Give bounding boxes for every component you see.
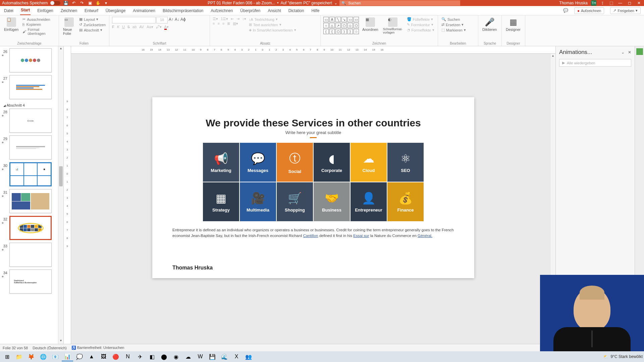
tile-shopping[interactable]: 🛒Shopping — [277, 182, 313, 221]
font-size-select[interactable]: 18 — [156, 17, 168, 23]
save-icon[interactable]: 💾 — [63, 0, 68, 6]
strike-button[interactable]: S̶ — [127, 25, 130, 29]
cameo-icon[interactable] — [636, 48, 643, 55]
font-color-button[interactable]: A▾ — [164, 25, 169, 29]
thumbnails-scrollbar[interactable]: ▴ ▾ — [58, 46, 63, 344]
tab-bildschirmpraesentation[interactable]: Bildschirmpräsentation — [162, 6, 204, 15]
coming-soon-icon[interactable]: ⟟ — [600, 0, 605, 6]
excel-icon[interactable]: X — [231, 352, 242, 361]
shapes-gallery[interactable]: ▭A╲↘▭▭ ○△↗⬠◇⬡ ({⬡)}☆ — [323, 17, 359, 34]
services-grid[interactable]: 📢Marketing 💬Messages ⓣSocial ◖Corporate … — [172, 143, 454, 221]
scroll-handle[interactable] — [59, 166, 63, 186]
slide-thumb-29[interactable]: 29★ — [1, 135, 62, 160]
tile-cloud[interactable]: ☁Cloud — [351, 143, 387, 182]
tab-entwurf[interactable]: Entwurf — [84, 6, 99, 15]
align-left-icon[interactable]: ≡ — [213, 21, 215, 26]
title-dropdown-icon[interactable]: ⌄ — [334, 1, 337, 5]
designer-button[interactable]: ▦Designer — [504, 17, 522, 32]
app-icon-1[interactable]: 💭 — [74, 352, 85, 361]
slide-thumb-33[interactable]: 33★ — [1, 243, 62, 267]
tile-finance[interactable]: 💰Finance — [387, 182, 424, 221]
outline-button[interactable]: ✎Formkontur▾ — [406, 22, 435, 27]
comments-icon[interactable]: 💬 — [563, 8, 568, 13]
paste-button[interactable]: 📋Einfügen — [3, 17, 20, 32]
smartart-button[interactable]: ◈In SmartArt konvertieren▾ — [248, 27, 297, 33]
slide-thumb-27[interactable]: 27★ — [1, 75, 62, 99]
tile-messages[interactable]: 💬Messages — [240, 143, 276, 182]
explorer-icon[interactable]: 📁 — [13, 352, 25, 361]
replace-button[interactable]: ⇄Ersetzen▾ — [441, 22, 467, 27]
tab-dictation[interactable]: Dictation — [288, 6, 305, 15]
onenote-icon[interactable]: N — [122, 352, 133, 361]
font-name-select[interactable] — [112, 17, 156, 23]
app-icon-7[interactable]: 💾 — [207, 352, 218, 361]
layout-button[interactable]: ▦Layout▾ — [78, 17, 106, 22]
touch-icon[interactable]: ✋ — [95, 0, 101, 6]
clear-format-icon[interactable]: Aϕ — [180, 17, 186, 22]
select-button[interactable]: ⬚Markieren▾ — [441, 27, 467, 33]
scroll-up-icon[interactable]: ▴ — [58, 46, 63, 52]
text-direction-button[interactable]: ↕ATextrichtung▾ — [248, 17, 297, 22]
fill-button[interactable]: 🪣Fülleffekte▾ — [406, 17, 435, 22]
case-button[interactable]: Aa▾ — [147, 25, 153, 29]
tile-social[interactable]: ⓣSocial — [277, 143, 313, 182]
search-box[interactable]: 🔍 Suchen — [339, 0, 460, 6]
section-header[interactable]: Abschnitt 4 — [1, 102, 62, 109]
record-button[interactable]: ●Aufzeichnen — [574, 7, 604, 14]
shadow-button[interactable]: ab — [132, 25, 137, 29]
present-icon[interactable]: ▣ — [87, 0, 93, 6]
tab-aufzeichnen[interactable]: Aufzeichnen — [210, 6, 233, 15]
line-spacing-icon[interactable]: ↕▾ — [242, 17, 246, 21]
slide-thumb-31[interactable]: 31★ — [1, 189, 62, 213]
copy-button[interactable]: ⎘Kopieren — [22, 22, 56, 27]
tab-datei[interactable]: Datei — [3, 6, 14, 15]
find-button[interactable]: 🔍Suchen — [441, 17, 467, 22]
dictate-button[interactable]: 🎤Diktieren — [481, 17, 498, 32]
arrange-button[interactable]: ▦Anordnen — [361, 17, 380, 32]
tile-multimedia[interactable]: 🎥Multimedia — [240, 182, 276, 221]
tile-strategy[interactable]: ▦Strategy — [203, 182, 239, 221]
play-all-button[interactable]: ▶Alle wiedergeben — [559, 59, 631, 67]
teams-icon[interactable]: 👥 — [243, 352, 254, 361]
slide-counter[interactable]: Folie 32 von 58 — [3, 346, 28, 350]
tab-ansicht[interactable]: Ansicht — [267, 6, 281, 15]
italic-button[interactable]: K — [117, 25, 119, 29]
tab-einfuegen[interactable]: Einfügen — [37, 6, 54, 15]
vlc-icon[interactable]: ▲ — [86, 352, 97, 361]
decrease-indent-icon[interactable]: ⇤ — [231, 17, 234, 21]
edge-icon[interactable]: 🌊 — [219, 352, 230, 361]
obs-icon[interactable]: ⬤ — [158, 352, 170, 361]
slide-paragraph[interactable]: Entrepreneur it is defined as an individ… — [172, 227, 454, 239]
bullets-icon[interactable]: ☰▾ — [213, 17, 218, 21]
slide-author[interactable]: Thomas Hruska — [172, 265, 213, 271]
increase-indent-icon[interactable]: ⇥ — [236, 17, 239, 21]
autosave-toggle[interactable] — [50, 1, 60, 5]
tile-corporate[interactable]: ◖Corporate — [314, 143, 350, 182]
maximize-button[interactable]: ◻ — [627, 1, 633, 5]
user-badge[interactable]: TH — [591, 0, 596, 6]
columns-icon[interactable]: ▥▾ — [233, 21, 238, 26]
spacing-button[interactable]: AV — [139, 25, 144, 29]
accessibility-check[interactable]: ♿ Barrierefreiheit: Untersuchen — [71, 346, 124, 350]
new-slide-button[interactable]: ▭Neue Folie — [62, 17, 76, 36]
cut-button[interactable]: ✂Ausschneiden — [22, 17, 56, 22]
language-indicator[interactable]: Deutsch (Österreich) — [33, 346, 66, 350]
pane-chevron-icon[interactable]: ⌄ — [621, 50, 625, 55]
firefox-icon[interactable]: 🦊 — [25, 352, 37, 361]
app-icon-4[interactable]: ◧ — [146, 352, 158, 361]
justify-icon[interactable]: ≣ — [227, 21, 230, 26]
weather-widget[interactable]: ⛅9°C Stark bewölkt — [603, 354, 643, 359]
telegram-icon[interactable]: ✈ — [134, 352, 146, 361]
tab-hilfe[interactable]: Hilfe — [311, 6, 320, 15]
align-right-icon[interactable]: ≡ — [222, 21, 224, 26]
slide-thumb-26[interactable]: 26★ — [1, 48, 62, 72]
tile-business[interactable]: 🤝Business — [314, 182, 350, 221]
app-icon-5[interactable]: ◉ — [170, 352, 182, 361]
numbering-icon[interactable]: 1☰▾ — [221, 17, 228, 21]
tab-ueberpruefen[interactable]: Überprüfen — [239, 6, 261, 15]
tile-marketing[interactable]: 📢Marketing — [203, 143, 239, 182]
increase-font-icon[interactable]: A↑ — [168, 17, 174, 22]
scroll-down-icon[interactable]: ▾ — [58, 339, 63, 344]
share-button[interactable]: ↗Freigeben▾ — [610, 7, 641, 14]
slide-title[interactable]: We provide these Services in other count… — [172, 117, 454, 129]
